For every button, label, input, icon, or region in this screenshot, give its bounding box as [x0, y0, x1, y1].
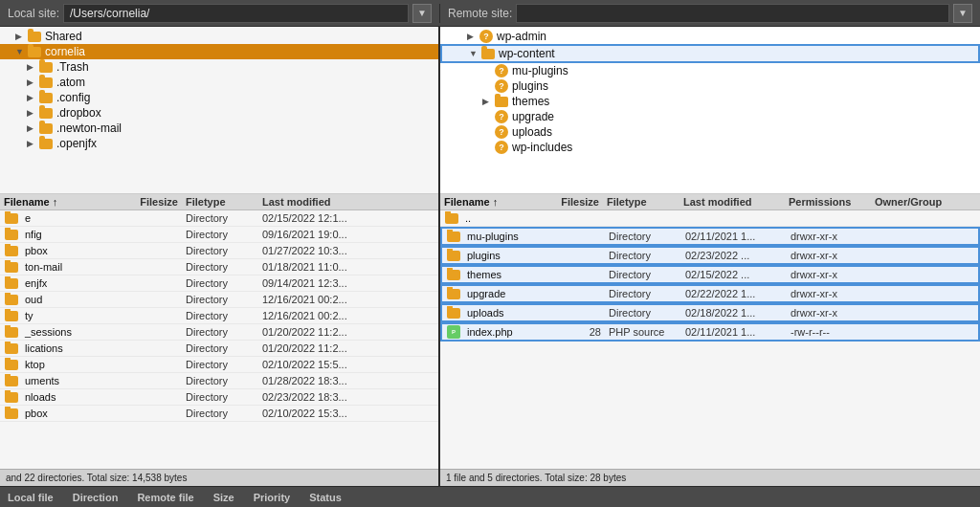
- tree-arrow: ▶: [27, 62, 38, 72]
- bottom-remote-file-label: Remote file: [137, 492, 193, 503]
- folder-icon: [4, 309, 19, 322]
- rcol-header-filename[interactable]: Filename ↑: [444, 196, 559, 208]
- list-item[interactable]: ton-mail Directory 01/18/2021 11:0...: [0, 259, 438, 276]
- folder-open-icon: [480, 47, 496, 60]
- tree-arrow: ▶: [27, 93, 38, 102]
- folder-icon: [4, 374, 19, 387]
- local-path-input[interactable]: [63, 4, 409, 23]
- remote-list-item-upgrade[interactable]: upgrade Directory 02/22/2022 1... drwxr-…: [440, 284, 980, 303]
- local-site-bar: Local site: ▼: [0, 4, 440, 23]
- folder-icon: [446, 306, 461, 320]
- tree-item-dropbox[interactable]: ▶ .dropbox: [0, 105, 438, 121]
- list-item[interactable]: pbox Directory 01/27/2022 10:3...: [0, 243, 438, 259]
- rcol-header-filetype[interactable]: Filetype: [607, 196, 683, 208]
- list-item[interactable]: ty Directory 12/16/2021 00:2...: [0, 308, 438, 324]
- remote-status-text: 1 file and 5 directories. Total size: 28…: [446, 473, 626, 483]
- remote-tree-item-wp-includes[interactable]: ? wp-includes: [440, 140, 980, 155]
- remote-file-list-header: Filename ↑ Filesize Filetype Last modifi…: [440, 194, 980, 210]
- rcol-header-permissions[interactable]: Permissions: [789, 196, 875, 208]
- col-header-filetype[interactable]: Filetype: [186, 196, 262, 208]
- rcol-header-owner[interactable]: Owner/Group: [875, 196, 951, 208]
- local-file-list-header: Filename ↑ Filesize Filetype Last modifi…: [0, 194, 438, 210]
- folder-icon: [38, 76, 54, 89]
- tree-label: wp-admin: [497, 30, 546, 43]
- remote-tree-item-plugins[interactable]: ? plugins: [440, 78, 980, 94]
- remote-tree-item-themes[interactable]: ▶ themes: [440, 94, 980, 109]
- folder-icon: [4, 390, 19, 404]
- remote-list-item-index-php[interactable]: Pindex.php 28 PHP source 02/11/2021 1...…: [440, 322, 980, 342]
- tree-arrow: ▶: [27, 123, 38, 133]
- tree-item-cornelia[interactable]: ▼ cornelia: [0, 44, 438, 59]
- local-file-list: e Directory 02/15/2022 12:1... nfig Dire…: [0, 210, 438, 469]
- folder-icon: [4, 407, 19, 420]
- question-icon: ?: [494, 141, 509, 154]
- tree-item-shared[interactable]: ▶ Shared: [0, 29, 438, 44]
- tree-arrow: ▼: [15, 47, 27, 56]
- tree-label: mu-plugins: [512, 64, 568, 77]
- list-item[interactable]: oud Directory 12/16/2021 00:2...: [0, 292, 438, 308]
- list-item[interactable]: pbox Directory 02/10/2022 15:3...: [0, 406, 438, 422]
- tree-label: .atom: [56, 76, 85, 89]
- remote-list-item-mu-plugins[interactable]: mu-plugins Directory 02/11/2021 1... drw…: [440, 227, 980, 246]
- list-item[interactable]: _sessions Directory 01/20/2022 11:2...: [0, 324, 438, 341]
- remote-tree-item-uploads[interactable]: ? uploads: [440, 124, 980, 140]
- remote-path-dropdown[interactable]: ▼: [953, 4, 972, 23]
- list-item[interactable]: enjfx Directory 09/14/2021 12:3...: [0, 276, 438, 292]
- remote-site-label: Remote site:: [448, 7, 512, 20]
- col-header-filesize[interactable]: Filesize: [128, 196, 186, 208]
- tree-item-newton-mail[interactable]: ▶ .newton-mail: [0, 121, 438, 136]
- col-header-filename[interactable]: Filename ↑: [4, 196, 128, 208]
- col-header-modified[interactable]: Last modified: [262, 196, 387, 208]
- tree-item-trash[interactable]: ▶ .Trash: [0, 59, 438, 75]
- bottom-size-label: Size: [213, 492, 234, 503]
- tree-label: Shared: [45, 30, 82, 43]
- local-path-dropdown[interactable]: ▼: [412, 4, 432, 23]
- tree-item-atom[interactable]: ▶ .atom: [0, 75, 438, 90]
- rcol-header-modified[interactable]: Last modified: [683, 196, 789, 208]
- list-item[interactable]: nloads Directory 02/23/2022 18:3...: [0, 389, 438, 406]
- bottom-direction-label: Direction: [73, 492, 119, 503]
- bottom-priority-label: Priority: [254, 492, 291, 503]
- tree-label: .openjfx: [56, 137, 97, 150]
- tree-item-config[interactable]: ▶ .config: [0, 90, 438, 105]
- folder-icon: [444, 211, 459, 225]
- list-item[interactable]: ktop Directory 02/10/2022 15:5...: [0, 357, 438, 373]
- tree-item-openjfx[interactable]: ▶ .openjfx: [0, 136, 438, 151]
- remote-tree-item-mu-plugins[interactable]: ? mu-plugins: [440, 63, 980, 78]
- question-icon: ?: [494, 64, 509, 77]
- remote-list-item-themes[interactable]: themes Directory 02/15/2022 ... drwxr-xr…: [440, 265, 980, 284]
- remote-tree-item-wp-admin[interactable]: ▶ ? wp-admin: [440, 29, 980, 44]
- tree-label: .config: [56, 91, 90, 104]
- bottom-status-label: Status: [309, 492, 342, 503]
- list-item[interactable]: e Directory 02/15/2022 12:1...: [0, 210, 438, 227]
- question-icon: ?: [494, 110, 509, 123]
- remote-list-item-uploads[interactable]: uploads Directory 02/18/2022 1... drwxr-…: [440, 303, 980, 322]
- main-container: Local site: ▼ Remote site: ▼ ▶ Shared ▼: [0, 0, 980, 507]
- remote-path-input[interactable]: [516, 4, 949, 23]
- tree-label: cornelia: [45, 45, 85, 58]
- list-item[interactable]: uments Directory 01/28/2022 18:3...: [0, 373, 438, 389]
- tree-label: .newton-mail: [56, 121, 122, 135]
- question-icon: ?: [494, 79, 509, 93]
- remote-list-item-plugins[interactable]: plugins Directory 02/23/2022 ... drwxr-x…: [440, 246, 980, 265]
- list-item[interactable]: nfig Directory 09/16/2021 19:0...: [0, 227, 438, 243]
- remote-list-item[interactable]: ..: [440, 210, 980, 227]
- rcol-header-filesize[interactable]: Filesize: [559, 196, 607, 208]
- folder-icon: [446, 287, 461, 300]
- remote-tree-item-wp-content[interactable]: ▼ wp-content: [440, 44, 980, 63]
- local-status-text: and 22 directories. Total size: 14,538 b…: [6, 473, 187, 483]
- folder-icon: [4, 293, 19, 306]
- question-icon: ?: [494, 125, 509, 139]
- local-tree: ▶ Shared ▼ cornelia ▶ .Trash ▶ .: [0, 27, 438, 194]
- list-item[interactable]: lications Directory 01/20/2022 11:2...: [0, 341, 438, 357]
- tree-arrow: ▶: [15, 32, 27, 41]
- remote-file-list: .. mu-plugins Directory 02/11/2021 1... …: [440, 210, 980, 469]
- tree-arrow: ▶: [27, 77, 38, 87]
- folder-icon: [4, 276, 19, 290]
- local-site-label: Local site:: [8, 7, 59, 20]
- tree-label: wp-includes: [512, 141, 572, 154]
- folder-icon: [446, 230, 461, 243]
- folder-icon: [4, 228, 19, 241]
- folder-icon: [494, 95, 509, 108]
- remote-tree-item-upgrade[interactable]: ? upgrade: [440, 109, 980, 124]
